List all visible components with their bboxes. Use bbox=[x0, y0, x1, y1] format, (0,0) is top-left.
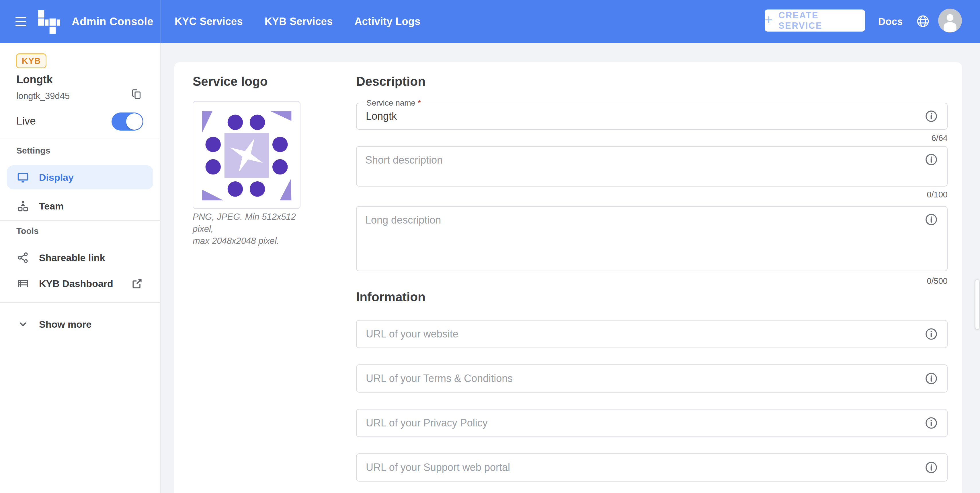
nav-kyb-services[interactable]: KYB Services bbox=[265, 16, 333, 27]
terms-url-field bbox=[356, 364, 948, 392]
show-more-label: Show more bbox=[39, 319, 91, 330]
live-label: Live bbox=[16, 115, 36, 127]
create-service-label: CREATE SERVICE bbox=[778, 10, 865, 31]
short-description-field bbox=[356, 146, 948, 187]
caption-line-2: max 2048x2048 pixel. bbox=[192, 236, 279, 246]
sidebar: KYB Longtk longtk_39d45 Live Settings Di… bbox=[0, 43, 161, 493]
service-logo-heading: Service logo bbox=[192, 74, 268, 89]
service-name-input[interactable] bbox=[357, 103, 947, 129]
service-logo-image[interactable] bbox=[192, 101, 301, 209]
service-type-badge: KYB bbox=[16, 53, 46, 68]
toggle-knob bbox=[126, 113, 143, 130]
monitor-icon bbox=[17, 171, 29, 183]
short-description-counter: 0/100 bbox=[356, 190, 948, 199]
nav-activity-logs[interactable]: Activity Logs bbox=[355, 16, 421, 27]
dashboard-icon bbox=[17, 277, 29, 290]
long-description-field bbox=[356, 206, 948, 271]
sidebar-item-label: Shareable link bbox=[39, 252, 105, 263]
service-name-field: Service name* bbox=[356, 103, 948, 130]
globe-icon[interactable] bbox=[916, 14, 930, 28]
sidebar-item-team[interactable]: Team bbox=[0, 194, 161, 218]
support-url-input[interactable] bbox=[357, 454, 947, 481]
privacy-url-input[interactable] bbox=[357, 410, 947, 437]
info-icon[interactable] bbox=[925, 213, 938, 226]
description-heading: Description bbox=[356, 74, 425, 89]
privacy-url-field bbox=[356, 409, 948, 437]
divider bbox=[0, 302, 161, 303]
sidebar-item-kyb-dashboard[interactable]: KYB Dashboard bbox=[0, 271, 161, 295]
info-icon[interactable] bbox=[925, 372, 938, 385]
display-settings-panel: Service logo PNG, JPEG. Min 512x512 pixe… bbox=[174, 62, 962, 493]
settings-heading: Settings bbox=[16, 146, 50, 156]
team-icon bbox=[17, 200, 29, 212]
long-description-counter: 0/500 bbox=[356, 276, 948, 286]
service-id: longtk_39d45 bbox=[16, 91, 70, 101]
show-more-button[interactable]: Show more bbox=[0, 312, 161, 336]
caption-line-1: PNG, JPEG. Min 512x512 pixel, bbox=[192, 212, 296, 234]
header-divider bbox=[161, 0, 161, 43]
live-toggle[interactable] bbox=[111, 112, 143, 131]
divider bbox=[0, 220, 161, 221]
sidebar-item-shareable-link[interactable]: Shareable link bbox=[0, 246, 161, 270]
avatar[interactable] bbox=[938, 9, 962, 32]
info-icon[interactable] bbox=[925, 110, 938, 123]
website-url-field bbox=[356, 320, 948, 348]
info-icon[interactable] bbox=[925, 327, 938, 341]
scrollbar-thumb[interactable] bbox=[975, 280, 979, 329]
info-icon[interactable] bbox=[925, 461, 938, 474]
app-logo-icon bbox=[38, 10, 63, 35]
top-navigation: KYC Services KYB Services Activity Logs bbox=[175, 0, 420, 43]
page-title: Admin Console bbox=[72, 0, 153, 43]
short-description-input[interactable] bbox=[357, 147, 947, 186]
service-name: Longtk bbox=[16, 73, 53, 86]
info-icon[interactable] bbox=[925, 153, 938, 166]
website-url-input[interactable] bbox=[357, 321, 947, 348]
share-icon bbox=[17, 251, 29, 264]
plus-icon: + bbox=[765, 13, 773, 27]
chevron-down-icon bbox=[17, 318, 29, 330]
top-app-bar: Admin Console KYC Services KYB Services … bbox=[0, 0, 980, 43]
sidebar-item-label: Display bbox=[39, 172, 74, 183]
create-service-button[interactable]: + CREATE SERVICE bbox=[765, 10, 865, 32]
terms-url-input[interactable] bbox=[357, 365, 947, 392]
divider bbox=[0, 139, 161, 139]
logo-requirements-caption: PNG, JPEG. Min 512x512 pixel, max 2048x2… bbox=[192, 211, 307, 247]
support-url-field bbox=[356, 453, 948, 482]
docs-link[interactable]: Docs bbox=[878, 0, 903, 43]
hamburger-menu-icon[interactable] bbox=[16, 14, 27, 29]
open-in-new-icon[interactable] bbox=[131, 277, 143, 290]
information-heading: Information bbox=[356, 290, 425, 304]
sidebar-item-display[interactable]: Display bbox=[7, 165, 153, 189]
sidebar-item-label: Team bbox=[39, 201, 64, 212]
info-icon[interactable] bbox=[925, 416, 938, 429]
service-name-counter: 6/64 bbox=[356, 134, 948, 143]
tools-heading: Tools bbox=[16, 226, 39, 236]
sidebar-item-label: KYB Dashboard bbox=[39, 278, 113, 289]
long-description-input[interactable] bbox=[357, 207, 947, 271]
nav-kyc-services[interactable]: KYC Services bbox=[175, 16, 243, 27]
copy-icon[interactable] bbox=[129, 86, 144, 102]
